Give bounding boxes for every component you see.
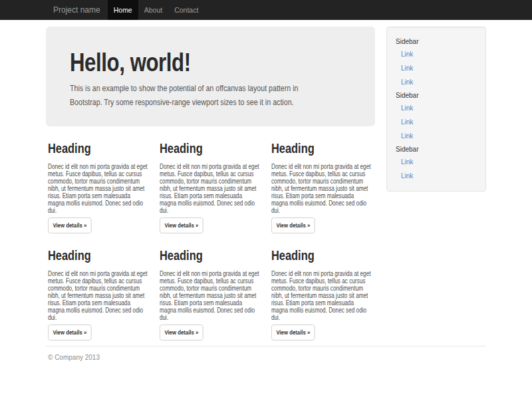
card-body: Donec id elit non mi porta gravida at eg… [271, 163, 371, 214]
navbar-inner: Project name HomeAboutContact [0, 0, 532, 20]
card-heading: Heading [160, 141, 203, 156]
card-body: Donec id elit non mi porta gravida at eg… [48, 163, 148, 214]
view-details-button[interactable]: View details » [271, 217, 315, 233]
view-details-button[interactable]: View details » [48, 325, 92, 340]
navbar-menu: HomeAboutContact [108, 0, 205, 20]
view-details-button[interactable]: View details » [160, 217, 203, 233]
content-card: HeadingDonec id elit non mi porta gravid… [48, 248, 149, 340]
nav-item-about[interactable]: About [138, 0, 168, 20]
sidebar-link[interactable]: Link [396, 155, 477, 169]
content-card: HeadingDonec id elit non mi porta gravid… [160, 141, 261, 233]
nav-item-home[interactable]: Home [108, 0, 138, 20]
sidebar-link[interactable]: Link [396, 101, 477, 115]
sidebar-link[interactable]: Link [396, 129, 477, 143]
card-body: Donec id elit non mi porta gravida at eg… [160, 163, 259, 214]
nav-item-contact[interactable]: Contact [168, 0, 204, 20]
card-heading: Heading [48, 141, 91, 156]
sidebar-header: Sidebar [396, 91, 477, 100]
cards-grid: HeadingDonec id elit non mi porta gravid… [46, 141, 375, 340]
view-details-button[interactable]: View details » [160, 325, 203, 340]
card-body: Donec id elit non mi porta gravida at eg… [48, 270, 148, 321]
footer-divider [46, 346, 486, 346]
navbar-brand[interactable]: Project name [46, 0, 108, 20]
sidebar-header: Sidebar [396, 145, 477, 154]
view-details-button[interactable]: View details » [271, 325, 315, 340]
sidebar: SidebarLinkLinkLinkSidebarLinkLinkLinkSi… [386, 27, 486, 192]
footer: © Company 2013 [46, 346, 486, 361]
nav-link-about[interactable]: About [138, 0, 168, 20]
page-container: Hello, world! This is an example to show… [46, 27, 486, 361]
card-heading: Heading [271, 141, 315, 156]
sidebar-link[interactable]: Link [396, 169, 477, 183]
jumbotron: Hello, world! This is an example to show… [46, 27, 375, 126]
content-card: HeadingDonec id elit non mi porta gravid… [271, 141, 372, 233]
sidebar-link[interactable]: Link [396, 75, 477, 89]
nav-link-home[interactable]: Home [108, 0, 138, 20]
jumbotron-description: This is an example to show the potential… [70, 81, 299, 109]
card-heading: Heading [48, 248, 91, 263]
content-row: Hello, world! This is an example to show… [46, 27, 486, 340]
card-body: Donec id elit non mi porta gravida at eg… [160, 270, 259, 321]
card-heading: Heading [160, 248, 203, 263]
jumbotron-title: Hello, world! [70, 49, 191, 76]
content-card: HeadingDonec id elit non mi porta gravid… [160, 248, 261, 340]
sidebar-link[interactable]: Link [396, 61, 477, 75]
card-body: Donec id elit non mi porta gravida at eg… [271, 270, 371, 321]
copyright-text: © Company 2013 [48, 354, 486, 361]
sidebar-link[interactable]: Link [396, 115, 477, 129]
nav-link-contact[interactable]: Contact [168, 0, 204, 20]
content-card: HeadingDonec id elit non mi porta gravid… [48, 141, 149, 233]
content-card: HeadingDonec id elit non mi porta gravid… [271, 248, 372, 340]
card-heading: Heading [271, 248, 315, 263]
sidebar-header: Sidebar [396, 37, 477, 46]
main-column: Hello, world! This is an example to show… [46, 27, 375, 340]
sidebar-link[interactable]: Link [396, 47, 477, 61]
navbar: Project name HomeAboutContact [0, 0, 532, 20]
view-details-button[interactable]: View details » [48, 217, 92, 233]
